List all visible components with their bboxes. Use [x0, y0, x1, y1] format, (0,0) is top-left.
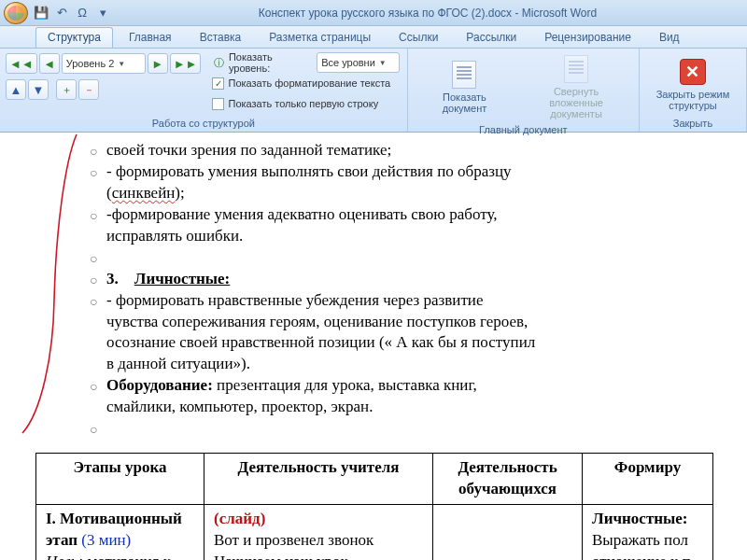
show-formatting-label: Показать форматирование текста — [228, 77, 390, 89]
office-button[interactable] — [4, 2, 28, 24]
table-header-row: Этапы урока Деятельность учителя Деятель… — [36, 454, 713, 505]
show-level-value: Все уровни — [321, 57, 375, 68]
col-stages: Этапы урока — [36, 454, 204, 505]
move-down-icon[interactable]: ▼ — [28, 79, 49, 100]
group-outline-tools: ◄◄ ◄ Уровень 2 ▼ ► ►► ▲ ▼ ＋ － — [0, 49, 408, 132]
lesson-table: Этапы урока Деятельность учителя Деятель… — [35, 453, 713, 560]
outline-bullet: ○ — [90, 247, 99, 269]
group-close: ✕ Закрыть режим структуры Закрыть — [640, 49, 747, 132]
tab-home[interactable]: Главная — [117, 27, 184, 48]
doc-text: Оборудование: презентация для урока, выс… — [106, 375, 538, 418]
document-area[interactable]: ○своей точки зрения по заданной тематике… — [0, 133, 747, 560]
outline-level-value: Уровень 2 — [66, 58, 115, 69]
spelling-error: синквейн — [112, 184, 176, 202]
tab-mailings[interactable]: Рассылки — [454, 27, 529, 48]
ribbon: ◄◄ ◄ Уровень 2 ▼ ► ►► ▲ ▼ ＋ － — [0, 49, 747, 133]
checkbox-checked-icon: ✓ — [212, 77, 224, 90]
outline-bullet: ○ — [90, 375, 99, 418]
table-row: I. Мотивационный этап (3 мин) Цель: моти… — [36, 505, 713, 561]
demote-double-icon[interactable]: ►► — [170, 53, 202, 74]
tab-structure[interactable]: Структура — [35, 27, 113, 48]
cell-teacher: (слайд) Вот и прозвенел звонок Начинаем … — [204, 505, 433, 561]
group-label-tools: Работа со структурой — [6, 116, 402, 132]
outline-bullet: ○ — [90, 290, 99, 376]
quick-access-toolbar: 💾 ↶ Ω ▾ — [32, 4, 112, 22]
close-outline-label: Закрыть режим структуры — [652, 89, 734, 111]
expand-icon[interactable]: ＋ — [56, 79, 77, 100]
show-document-label: Показать документ — [420, 91, 509, 114]
redo-icon[interactable]: Ω — [73, 4, 92, 22]
tab-view[interactable]: Вид — [647, 27, 692, 48]
document-stack-icon — [564, 55, 588, 83]
show-document-button[interactable]: Показать документ — [414, 57, 515, 117]
doc-text: - формировать нравственные убеждения чер… — [106, 290, 538, 376]
tab-insert[interactable]: Вставка — [188, 27, 254, 48]
tab-references[interactable]: Ссылки — [387, 27, 450, 48]
tab-layout[interactable]: Разметка страницы — [257, 27, 383, 48]
col-forming: Формиру — [583, 454, 713, 505]
promote-icon[interactable]: ◄ — [39, 53, 60, 74]
close-outline-button[interactable]: ✕ Закрыть режим структуры — [645, 54, 740, 114]
first-line-label: Показать только первую строку — [228, 98, 378, 109]
doc-text: -формирование умения адекватно оценивать… — [106, 204, 538, 247]
collapse-subdocs-button: Свернуть вложенные документы — [519, 51, 633, 122]
cell-students — [433, 505, 583, 561]
show-formatting-checkbox[interactable]: ✓ Показать форматирование текста — [210, 74, 401, 92]
outline-bullet: ○ — [90, 140, 99, 161]
cell-forming: Личностные: Выражать пол отношение к п п… — [583, 505, 713, 561]
cell-stage: I. Мотивационный этап (3 мин) Цель: моти… — [36, 505, 204, 561]
close-icon: ✕ — [680, 59, 706, 85]
chevron-down-icon: ▼ — [118, 60, 125, 68]
move-up-icon[interactable]: ▲ — [6, 79, 26, 100]
outline-bullet: ○ — [90, 269, 99, 290]
section-heading: 3. Личностные: — [106, 269, 538, 290]
outline-bullet: ○ — [90, 161, 99, 204]
document-icon — [452, 61, 476, 89]
qat-dropdown-icon[interactable]: ▾ — [93, 4, 112, 22]
outline-bullet: ○ — [90, 204, 99, 247]
first-line-checkbox[interactable]: Показать только первую строку — [210, 94, 401, 113]
promote-double-icon[interactable]: ◄◄ — [6, 53, 37, 74]
tab-review[interactable]: Рецензирование — [532, 27, 643, 48]
title-bar: 💾 ↶ Ω ▾ Конспект урока русского языка по… — [0, 0, 747, 26]
group-master-doc: Показать документ Свернуть вложенные док… — [408, 49, 640, 132]
save-icon[interactable]: 💾 — [32, 4, 50, 22]
window-title: Конспект урока русского языка по ФГОС (2… — [112, 7, 743, 20]
collapse-icon[interactable]: － — [78, 79, 99, 100]
group-label-close: Закрыть — [645, 116, 740, 132]
outline-bullet: ○ — [90, 418, 99, 440]
checkbox-unchecked-icon — [212, 98, 224, 110]
doc-text: своей точки зрения по заданной тематике; — [106, 140, 538, 161]
outline-level-combo[interactable]: Уровень 2 ▼ — [62, 53, 146, 74]
undo-icon[interactable]: ↶ — [52, 4, 71, 22]
col-teacher: Деятельность учителя — [204, 454, 433, 505]
show-level-label: Показать уровень: — [229, 51, 313, 74]
col-students: Деятельность обучающихся — [433, 454, 583, 505]
demote-icon[interactable]: ► — [148, 53, 168, 74]
chevron-down-icon: ▼ — [379, 59, 387, 67]
collapse-subdocs-label: Свернуть вложенные документы — [526, 86, 627, 119]
ribbon-tabs: Структура Главная Вставка Разметка стран… — [0, 26, 747, 49]
show-level-combo[interactable]: Все уровни ▼ — [317, 52, 400, 73]
doc-text: - формировать умения выполнять свои дейс… — [106, 161, 538, 204]
